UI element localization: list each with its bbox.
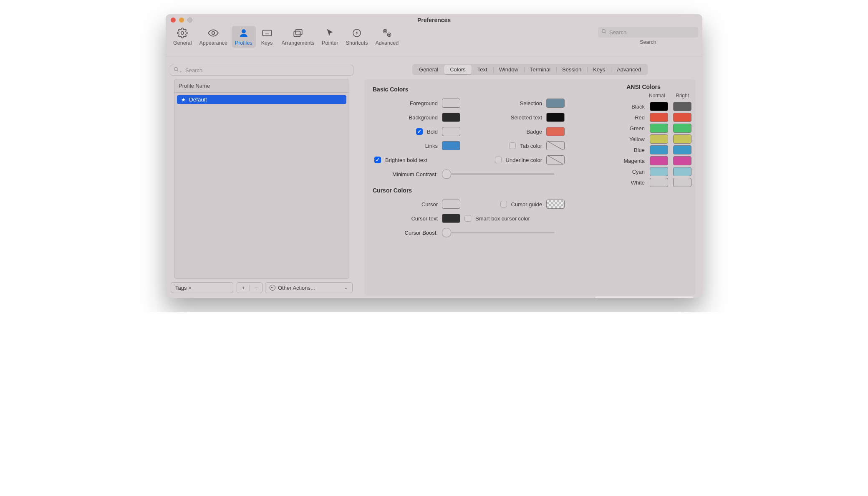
toolbar-item-profiles[interactable]: Profiles: [232, 26, 256, 48]
tab-text[interactable]: Text: [472, 65, 493, 74]
tab-color-swatch[interactable]: [546, 141, 565, 150]
tab-terminal[interactable]: Terminal: [524, 65, 556, 74]
svg-rect-10: [295, 29, 302, 35]
badge-label: Badge: [526, 129, 542, 135]
tab-color-checkbox[interactable]: [509, 142, 516, 149]
profile-search-field[interactable]: Search: [170, 65, 353, 76]
links-label: Links: [425, 143, 438, 149]
minimum-contrast-slider[interactable]: [442, 173, 555, 175]
svg-point-16: [389, 34, 390, 35]
search-icon: [601, 29, 607, 35]
toolbar-item-shortcuts[interactable]: Shortcuts: [343, 26, 371, 48]
ansi-yellow-bright-swatch[interactable]: [673, 134, 691, 144]
tab-window[interactable]: Window: [493, 65, 524, 74]
ansi-row-cyan: Cyan: [595, 166, 691, 177]
toolbar-label: Advanced: [376, 40, 399, 46]
bold-swatch[interactable]: [442, 127, 460, 136]
ansi-row-label: Black: [631, 104, 645, 110]
ansi-cyan-bright-swatch[interactable]: [673, 167, 691, 176]
selection-swatch[interactable]: [546, 99, 565, 108]
cursor-guide-checkbox[interactable]: [500, 201, 507, 208]
tab-colors[interactable]: Colors: [444, 65, 472, 74]
toolbar-item-pointer[interactable]: Pointer: [318, 26, 342, 48]
ansi-normal-header: Normal: [649, 93, 665, 99]
toolbar-item-appearance[interactable]: Appearance: [196, 26, 230, 48]
basic-colors-title: Basic Colors: [373, 86, 591, 93]
toolbar-item-keys[interactable]: Keys: [257, 26, 278, 48]
links-swatch[interactable]: [442, 141, 460, 150]
tab-general[interactable]: General: [413, 65, 444, 74]
brighten-bold-checkbox[interactable]: [374, 157, 381, 163]
ansi-row-label: Blue: [634, 147, 645, 153]
tab-advanced[interactable]: Advanced: [611, 65, 647, 74]
ansi-blue-normal-swatch[interactable]: [650, 145, 668, 154]
zoom-window-button[interactable]: [187, 18, 192, 23]
ansi-yellow-normal-swatch[interactable]: [650, 134, 668, 144]
cursor-swatch[interactable]: [442, 200, 460, 209]
ansi-row-label: Green: [630, 125, 645, 132]
profile-row-default[interactable]: ★ Default: [177, 95, 346, 104]
ansi-blue-bright-swatch[interactable]: [673, 145, 691, 154]
badge-swatch[interactable]: [546, 127, 565, 136]
minimize-window-button[interactable]: [179, 18, 184, 23]
selected-text-label: Selected text: [511, 114, 542, 121]
svg-rect-11: [294, 31, 300, 37]
toolbar-item-advanced[interactable]: Advanced: [372, 26, 402, 48]
ansi-row-black: Black: [595, 101, 691, 112]
ansi-magenta-bright-swatch[interactable]: [673, 156, 691, 165]
remove-profile-button[interactable]: −: [250, 285, 262, 291]
ansi-green-normal-swatch[interactable]: [650, 124, 668, 133]
cursor-text-label: Cursor text: [411, 215, 438, 222]
ansi-red-normal-swatch[interactable]: [650, 113, 668, 122]
cursor-guide-swatch[interactable]: [546, 200, 565, 209]
ansi-white-normal-swatch[interactable]: [650, 178, 668, 187]
toolbar-search-label: Search: [640, 39, 656, 45]
add-profile-button[interactable]: +: [237, 285, 250, 291]
window-title: Preferences: [166, 17, 702, 23]
ansi-row-blue: Blue: [595, 144, 691, 155]
toolbar-item-general[interactable]: General: [170, 26, 195, 48]
preferences-window: Preferences General Appearance Profi: [166, 14, 702, 298]
svg-point-2: [242, 30, 245, 33]
underline-color-checkbox[interactable]: [495, 157, 502, 163]
tab-keys[interactable]: Keys: [587, 65, 611, 74]
tab-session[interactable]: Session: [556, 65, 587, 74]
gear-icon: [177, 27, 188, 39]
traffic-lights: [171, 18, 192, 23]
ansi-white-bright-swatch[interactable]: [673, 178, 691, 187]
profile-search-placeholder: Search: [185, 67, 202, 73]
ansi-black-normal-swatch[interactable]: [650, 102, 668, 111]
toolbar-item-arrangements[interactable]: Arrangements: [278, 26, 318, 48]
selected-text-swatch[interactable]: [546, 113, 565, 122]
svg-line-18: [605, 32, 606, 33]
ansi-black-bright-swatch[interactable]: [673, 102, 691, 111]
ansi-red-bright-swatch[interactable]: [673, 113, 691, 122]
smart-box-checkbox[interactable]: [464, 215, 471, 222]
ansi-row-yellow: Yellow: [595, 134, 691, 144]
minimum-contrast-label: Minimum Contrast:: [375, 171, 438, 177]
cursor-boost-label: Cursor Boost:: [375, 230, 438, 236]
body: Search Profile Name ★ Default Tags > + −: [166, 56, 702, 298]
ansi-row-label: Cyan: [632, 169, 645, 175]
svg-point-14: [385, 30, 386, 32]
bold-checkbox[interactable]: [416, 128, 423, 135]
toolbar-search-field[interactable]: Search: [598, 27, 698, 38]
background-swatch[interactable]: [442, 113, 460, 122]
cursor-guide-label: Cursor guide: [511, 201, 542, 208]
ansi-green-bright-swatch[interactable]: [673, 124, 691, 133]
close-window-button[interactable]: [171, 18, 176, 23]
profile-list: Profile Name ★ Default: [174, 79, 349, 279]
cursor-boost-slider[interactable]: [442, 232, 555, 233]
keyboard-icon: [261, 27, 273, 39]
profile-list-header: Profile Name: [174, 79, 349, 93]
tags-button[interactable]: Tags >: [171, 282, 233, 293]
ansi-colors-title: ANSI Colors: [595, 84, 691, 90]
toolbar-label: Shortcuts: [346, 40, 368, 46]
other-actions-dropdown[interactable]: ⋯ Other Actions...: [265, 282, 353, 293]
svg-line-20: [177, 70, 178, 71]
underline-color-swatch[interactable]: [546, 155, 565, 164]
ansi-cyan-normal-swatch[interactable]: [650, 167, 668, 176]
cursor-text-swatch[interactable]: [442, 214, 460, 223]
ansi-magenta-normal-swatch[interactable]: [650, 156, 668, 165]
foreground-swatch[interactable]: [442, 99, 460, 108]
